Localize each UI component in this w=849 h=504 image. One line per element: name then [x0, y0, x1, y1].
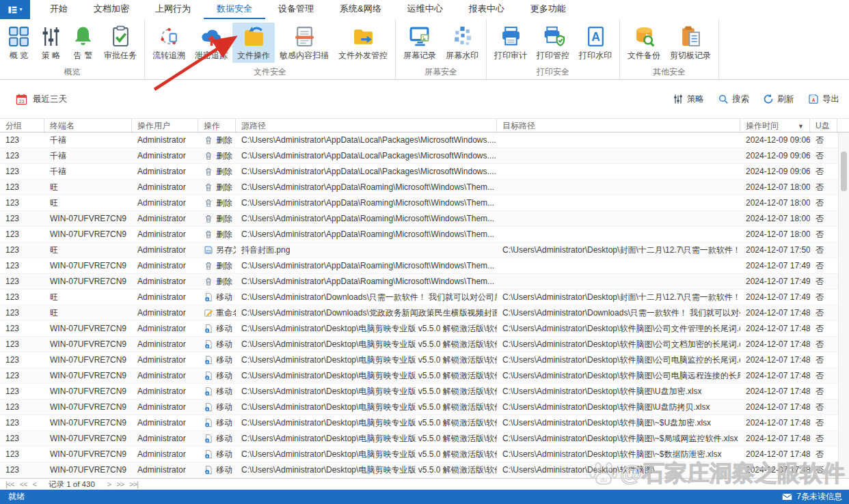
ribbon-button-剪切板记录[interactable]: 剪切板记录	[665, 23, 716, 63]
app-menu-button[interactable]: ▾	[0, 0, 30, 19]
table-row[interactable]: 123WIN-07UFVRE7CN9Administrator移动C:\User…	[0, 400, 849, 415]
table-row[interactable]: 123WIN-07UFVRE7CN9Administrator移动C:\User…	[0, 337, 849, 352]
time-cell: 2024-12-07 17:48:59	[740, 308, 810, 318]
source-path-cell: C:\Users\Administrator\AppData\Roaming\M…	[236, 214, 497, 223]
source-path-cell: C:\Users\Administrator\AppData\Roaming\M…	[236, 182, 497, 192]
operation-cell: 移动	[198, 417, 236, 429]
table-row[interactable]: 123WIN-07UFVRE7CN9Administrator移动C:\User…	[0, 462, 849, 478]
db-search-icon	[633, 25, 656, 48]
next-group-button[interactable]: >>	[116, 480, 124, 488]
rename-icon	[204, 308, 213, 318]
sort-filter-caret-icon[interactable]: ▼	[798, 123, 804, 130]
table-row[interactable]: 123WIN-07UFVRE7CN9Administrator移动C:\User…	[0, 447, 849, 462]
column-header-操作[interactable]: 操作	[198, 119, 236, 132]
move-icon	[204, 465, 213, 475]
ribbon-button-文件操作[interactable]: 文件操作	[232, 23, 275, 63]
operation-cell: 删除	[198, 229, 236, 240]
ribbon-button-打印水印[interactable]: A打印水印	[574, 23, 617, 63]
column-header-目标路径[interactable]: 目标路径	[497, 119, 740, 132]
column-header-操作用户[interactable]: 操作用户	[132, 119, 198, 132]
ribbon-button-告警[interactable]: 告 警	[67, 23, 99, 63]
table-row[interactable]: 123千禧Administrator删除C:\Users\Administrat…	[0, 148, 849, 164]
operation-cell: 移动	[198, 339, 236, 350]
table-row[interactable]: 123WIN-07UFVRE7CN9Administrator移动C:\User…	[0, 321, 849, 337]
table-row[interactable]: 123旺Administrator移动C:\Users\Administrato…	[0, 290, 849, 305]
vertical-scrollbar[interactable]	[838, 132, 849, 478]
table-row[interactable]: 123WIN-07UFVRE7CN9Administrator移动C:\User…	[0, 352, 849, 368]
column-header-源路径[interactable]: 源路径	[236, 119, 497, 132]
table-row[interactable]: 123千禧Administrator删除C:\Users\Administrat…	[0, 164, 849, 180]
ribbon-button-概览[interactable]: 概 览	[3, 23, 35, 63]
group-cell: 123	[0, 214, 44, 223]
operation-cell: 移动	[198, 323, 236, 335]
unread-messages-button[interactable]: 7条未读信息	[782, 491, 842, 503]
table-row[interactable]: 123旺Administrator另存为抖音封面.pngC:\Users\Adm…	[0, 242, 849, 258]
toolbar-button-搜索[interactable]: 搜索	[718, 94, 749, 105]
ribbon-group-概览: 概 览策 略告 警审批任务概览	[0, 19, 145, 79]
table-row[interactable]: 123旺Administrator重命名C:\Users\Administrat…	[0, 305, 849, 321]
menu-tab-文档加密[interactable]: 文档加密	[81, 0, 142, 19]
table-row[interactable]: 123WIN-07UFVRE7CN9Administrator移动C:\User…	[0, 368, 849, 384]
ribbon-button-屏幕记录[interactable]: 屏幕记录	[399, 23, 441, 63]
ribbon-group-items: 流转追溯泄密追踪文件操作敏感内容扫描文件外发管控	[148, 19, 392, 65]
date-filter-label: 最近三天	[33, 94, 67, 105]
table-row[interactable]: 123旺Administrator删除C:\Users\Administrato…	[0, 180, 849, 195]
column-header-操作时间[interactable]: 操作时间▼	[740, 119, 810, 132]
table-row[interactable]: 123WIN-07UFVRE7CN9Administrator删除C:\User…	[0, 227, 849, 242]
column-header-分组[interactable]: 分组	[0, 119, 44, 132]
operation-label: 删除	[216, 260, 232, 272]
ribbon-group-items: 打印审计打印管控A打印水印	[489, 19, 617, 65]
last-page-button[interactable]: >>|	[129, 480, 138, 488]
ribbon-button-文件备份[interactable]: 文件备份	[623, 23, 665, 63]
toolbar-button-导出[interactable]: A导出	[808, 94, 839, 105]
toolbar-button-策略[interactable]: 策略	[673, 94, 704, 105]
table-row[interactable]: 123WIN-07UFVRE7CN9Administrator移动C:\User…	[0, 431, 849, 447]
operation-cell: 移动	[198, 386, 236, 397]
toolbar-button-刷新[interactable]: 刷新	[763, 94, 794, 105]
table-row[interactable]: 123WIN-07UFVRE7CN9Administrator删除C:\User…	[0, 258, 849, 274]
table-row[interactable]: 123千禧Administrator删除C:\Users\Administrat…	[0, 132, 849, 148]
move-icon	[204, 339, 213, 349]
ribbon-button-文件外发管控[interactable]: 文件外发管控	[334, 23, 392, 63]
user-cell: Administrator	[132, 418, 198, 428]
table-row[interactable]: 123WIN-07UFVRE7CN9Administrator删除C:\User…	[0, 211, 849, 227]
ribbon-button-打印审计[interactable]: 打印审计	[489, 23, 532, 63]
ribbon-button-审批任务[interactable]: 审批任务	[99, 23, 142, 63]
scrollbar-thumb[interactable]	[841, 152, 847, 191]
menu-tab-系统&网络[interactable]: 系统&网络	[327, 0, 394, 19]
time-cell: 2024-12-07 18:00:01	[740, 198, 810, 208]
table-row[interactable]: 123WIN-07UFVRE7CN9Administrator删除C:\User…	[0, 274, 849, 290]
ribbon-button-策略[interactable]: 策 略	[35, 23, 67, 63]
table-body: 123千禧Administrator删除C:\Users\Administrat…	[0, 132, 849, 478]
table-row[interactable]: 123WIN-07UFVRE7CN9Administrator移动C:\User…	[0, 384, 849, 400]
first-page-button[interactable]: |<<	[5, 480, 14, 488]
delete-icon	[204, 229, 213, 239]
refresh-icon	[763, 94, 774, 104]
menu-tab-数据安全[interactable]: 数据安全	[204, 0, 265, 19]
menu-tab-运维中心[interactable]: 运维中心	[394, 0, 456, 19]
column-header-U盘[interactable]: U盘	[810, 119, 837, 132]
source-path-cell: C:\Users\Administrator\AppData\Local\Pac…	[236, 135, 497, 145]
user-cell: Administrator	[132, 198, 198, 208]
time-cell: 2024-12-07 17:49:01	[740, 292, 810, 302]
menu-tab-设备管理[interactable]: 设备管理	[265, 0, 327, 19]
ribbon-button-敏感内容扫描[interactable]: 敏感内容扫描	[275, 23, 334, 63]
menu-tab-更多功能[interactable]: 更多功能	[517, 0, 579, 19]
prev-page-button[interactable]: <	[33, 480, 36, 488]
table-row[interactable]: 123旺Administrator删除C:\Users\Administrato…	[0, 195, 849, 211]
menu-tab-开始[interactable]: 开始	[37, 0, 81, 19]
ribbon-group-文件安全: 流转追溯泄密追踪文件操作敏感内容扫描文件外发管控文件安全	[145, 19, 396, 79]
next-page-button[interactable]: >	[107, 480, 111, 488]
date-filter-button[interactable]: 23 最近三天	[15, 93, 67, 106]
table-row[interactable]: 123WIN-07UFVRE7CN9Administrator移动C:\User…	[0, 415, 849, 431]
target-path-cell: C:\Users\Administrator\Desktop\软件脑图\...	[497, 464, 740, 476]
prev-group-button[interactable]: <<	[20, 480, 27, 488]
ribbon-button-流转追溯[interactable]: 流转追溯	[148, 23, 190, 63]
ribbon-button-屏幕水印[interactable]: 屏幕水印	[441, 23, 483, 63]
menu-tab-上网行为[interactable]: 上网行为	[142, 0, 204, 19]
menu-tab-报表中心[interactable]: 报表中心	[456, 0, 517, 19]
ribbon-button-打印管控[interactable]: 打印管控	[532, 23, 574, 63]
ribbon-button-泄密追踪[interactable]: 泄密追踪	[190, 23, 232, 63]
column-header-终端名[interactable]: 终端名	[44, 119, 132, 132]
filter-bar: 23 最近三天 策略搜索刷新A导出	[0, 80, 849, 119]
